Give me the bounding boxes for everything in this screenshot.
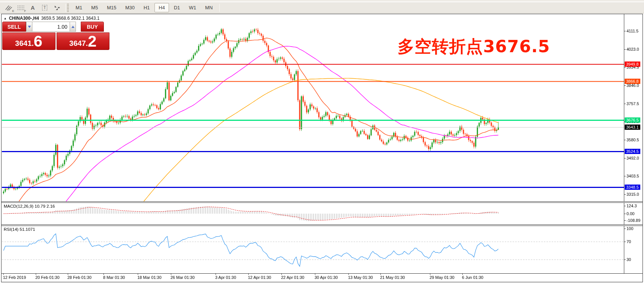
ohlc-values: 3659.5 3668.6 3632.1 3643.1 (41, 16, 100, 21)
buy-button[interactable]: BUY (81, 22, 104, 32)
rsi-indicator-label: RSI(14) 51.1071 (4, 227, 35, 232)
date-axis-border (1, 273, 643, 274)
volume-down-icon (28, 26, 31, 28)
trading-platform-window: E F A T M1M5M15M30H1H4D1W1MN (0, 0, 644, 283)
trade-panel-spacer (76, 22, 81, 32)
price-axis-border (624, 14, 624, 273)
volume-input[interactable] (32, 22, 70, 32)
macd-indicator-label: MACD(12,26,9) 10.79 2.16 (4, 204, 55, 208)
volume-up-icon (71, 26, 74, 28)
one-click-trade-panel: SELL BUY 3641 . 6 3647 . 2 (2, 22, 109, 50)
ask-price-integer: 3647 (69, 40, 86, 48)
sell-button[interactable]: SELL (2, 22, 26, 32)
symbol-name: CHINA300-,H4 (9, 16, 39, 21)
ask-price-big-digit: 2 (88, 35, 96, 48)
collapse-triangle-icon[interactable]: ▲ (4, 17, 7, 20)
volume-increase-button[interactable] (70, 22, 76, 32)
chart-annotation-text: 多空转折点3676.5 (398, 35, 550, 58)
rsi-panel-splitter[interactable] (1, 224, 643, 226)
bid-price-box[interactable]: 3641 . 6 (2, 32, 55, 50)
volume-decrease-button[interactable] (26, 22, 32, 32)
bid-price-big-digit: 6 (34, 35, 42, 48)
symbol-ohlc-line: ▲ CHINA300-,H4 3659.5 3668.6 3632.1 3643… (4, 16, 99, 21)
macd-panel-splitter[interactable] (1, 201, 643, 203)
ask-price-box[interactable]: 3647 . 2 (57, 32, 110, 50)
bid-price-integer: 3641 (15, 40, 32, 48)
